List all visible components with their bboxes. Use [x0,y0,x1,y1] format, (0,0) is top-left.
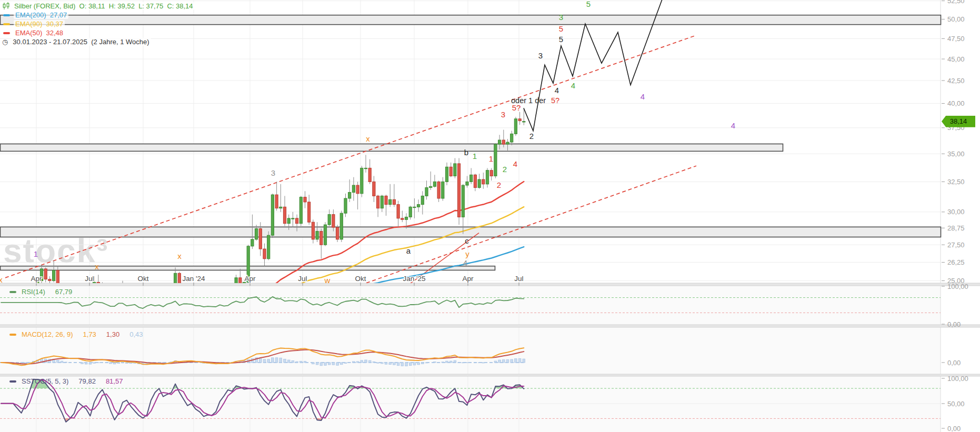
price-zone-band[interactable] [1,144,783,151]
wave-label[interactable]: 1 [473,152,477,160]
candle [518,119,521,121]
alt-count-annotation[interactable]: oder 1 der [511,96,546,105]
wave-label[interactable]: w [324,276,331,285]
candle [271,195,274,235]
candle [255,229,258,239]
ema90-row[interactable]: EMA(90) 30,37 [2,19,195,28]
high-value: 39,52 [117,2,135,10]
wave-label[interactable]: 4 [731,121,735,130]
wave-label[interactable]: 3 [559,13,563,22]
macd-histogram-bar [462,363,465,363]
price-axis-label[interactable]: 42,50 [947,77,965,85]
macd-indicator-label[interactable]: MACD(12, 26, 9)1,731,300,43 [8,330,148,338]
alt-count-annotation-red[interactable]: 5? [551,96,559,105]
candle [514,119,517,134]
wave-label[interactable]: b [464,148,468,157]
date-axis-label: Apr [462,275,474,283]
candle [352,185,355,192]
price-axis-label[interactable]: 0,00 [947,359,961,367]
price-axis-label[interactable]: 30,00 [947,208,965,216]
candle [442,182,444,198]
price-axis-label[interactable]: 50,00 [947,15,965,23]
macd-histogram-bar [61,361,63,363]
sstoc-indicator-label[interactable]: SSTOC(5, 5, 3)79,8281,57 [8,377,128,385]
candle [348,193,351,198]
wave-label[interactable]: y [465,249,469,258]
candle [478,179,481,188]
price-chart-svg[interactable]: 1xxx3wxayc4b1122435?2345534544oder 1 der… [0,0,980,432]
price-axis-label[interactable]: 0,00 [947,320,961,328]
macd-histogram-bar [503,360,505,363]
ema200-row[interactable]: EMA(200) 27,07 [2,11,195,19]
wave-label[interactable]: 4 [463,258,467,267]
wave-label[interactable]: c [465,236,469,245]
price-axis-label[interactable]: 28,75 [947,224,965,232]
price-axis-label[interactable]: 47,50 [947,35,965,43]
candle [364,168,367,168]
wave-label[interactable]: x [177,252,182,260]
candle [405,217,407,219]
candle [506,142,509,144]
price-axis-label[interactable]: 35,00 [947,150,965,158]
price-axis-label[interactable]: 50,00 [947,400,965,408]
candle [44,269,47,279]
last-price-tag[interactable]: 38,14 [942,116,975,127]
candle [368,168,371,182]
wave-label[interactable]: 5 [559,24,563,33]
candle [511,134,513,142]
price-axis-label[interactable]: 45,00 [947,55,965,63]
symbol-row[interactable]: Silber (FOREX, Bid) O: 38,11 H: 39,52 L:… [2,2,195,11]
price-axis-label[interactable]: 100,00 [947,375,968,383]
wave-label[interactable]: 1 [34,249,38,258]
rsi-indicator-label[interactable]: RSI(14)67,79 [8,288,77,296]
price-axis-label[interactable]: 0,00 [947,425,961,432]
price-axis-label[interactable]: 27,50 [947,241,965,249]
wave-label[interactable]: 1 [489,154,493,163]
wave-label[interactable]: a [406,246,411,255]
period-row[interactable]: ◷30.01.2023 - 21.07.2025 (2 Jahre, 1 Woc… [2,37,195,46]
macd-histogram-bar [287,360,290,363]
chart-legend: Silber (FOREX, Bid) O: 38,11 H: 39,52 L:… [2,2,195,46]
wave-label[interactable]: 5 [586,0,591,8]
macd-histogram-bar [413,363,416,365]
candle [413,207,416,207]
trendline[interactable] [5,35,696,278]
wave-label[interactable]: 4 [513,159,517,168]
wave-label[interactable]: 4 [641,92,645,101]
wave-label[interactable]: 5 [559,35,563,44]
wave-label[interactable]: 3 [538,51,543,60]
wave-label[interactable]: x [366,134,370,143]
wave-label[interactable]: 3 [271,168,275,177]
macd-histogram-bar [304,361,306,363]
candlestick-icon [2,2,10,10]
macd-histogram-bar [401,363,404,366]
wave-label[interactable]: x [0,275,3,284]
price-axis-label[interactable]: 52,50 [947,0,965,5]
ema200-swatch-icon [3,14,10,16]
wave-label[interactable]: 2 [529,132,534,140]
macd-histogram-bar [320,363,323,366]
candle [385,196,387,204]
wave-label[interactable]: 3 [501,110,505,119]
candle [377,196,379,208]
macd-histogram-bar [518,359,521,363]
macd-histogram-bar [263,359,266,363]
wave-label[interactable]: 2 [497,180,501,189]
wave-label[interactable]: 4 [571,81,575,90]
wave-label[interactable]: 2 [503,165,507,174]
candle [332,215,335,227]
ema50-row[interactable]: EMA(50) 32,48 [2,28,195,37]
ema90-swatch-icon [3,23,10,25]
price-axis-label[interactable]: 40,00 [947,99,965,107]
candle [417,205,420,207]
price-axis-label[interactable]: 100,00 [947,283,968,290]
macd-histogram-bar [511,359,513,363]
price-axis-label[interactable]: 26,25 [947,258,965,266]
macd-histogram-bar [267,359,270,363]
macd-histogram-bar [328,363,331,365]
price-axis-label[interactable]: 32,50 [947,178,965,186]
low-label: L: [138,2,144,10]
wave-label[interactable]: x [95,262,99,271]
wave-label[interactable]: 4 [555,86,559,95]
candle [437,182,440,198]
